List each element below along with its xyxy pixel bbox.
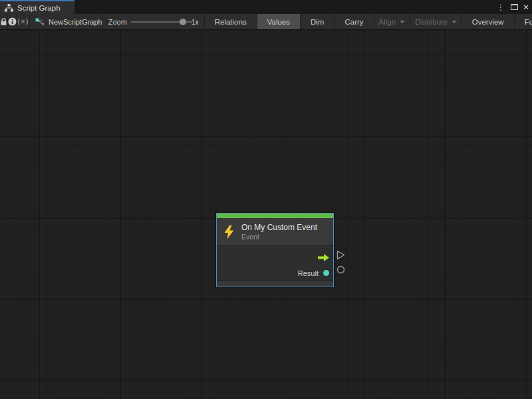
node-header-text: On My Custom Event Event — [241, 223, 317, 241]
graph-hierarchy-icon — [5, 4, 13, 12]
zoom-label: Zoom — [108, 18, 127, 26]
distribute-dropdown[interactable]: Distribute — [410, 14, 462, 29]
zoom-slider[interactable] — [131, 17, 188, 27]
window-menu-icon[interactable]: ⋮ — [495, 3, 506, 11]
values-button[interactable]: Values — [257, 14, 301, 29]
fullscreen-button[interactable]: Full S — [515, 14, 532, 29]
close-icon[interactable]: ✕ — [523, 3, 529, 11]
node-on-my-custom-event[interactable]: On My Custom Event Event Result — [216, 213, 334, 287]
lightning-bolt-icon — [223, 225, 235, 239]
graph-asset-breadcrumb[interactable]: NewScriptGraph — [30, 14, 103, 29]
toolbar-buttons: Relations Values Dim Carry Align Distrib… — [205, 14, 532, 29]
node-footer — [217, 281, 333, 287]
zoom-slider-knob[interactable] — [180, 19, 186, 25]
node-accent-bar — [217, 213, 333, 218]
node-subtitle: Event — [241, 233, 317, 241]
chevron-down-icon — [452, 21, 457, 23]
lock-button[interactable] — [0, 14, 8, 29]
zoom-control: Zoom 1x — [103, 14, 205, 29]
code-preview-button[interactable]: ⟨×⟩ — [17, 14, 30, 29]
value-socket-icon[interactable] — [336, 265, 345, 274]
control-output-arrow-icon[interactable] — [318, 254, 329, 261]
title-bar: Script Graph ⋮ ✕ — [0, 0, 532, 14]
window-controls: ⋮ ✕ — [495, 0, 529, 14]
node-title: On My Custom Event — [241, 223, 317, 233]
node-header[interactable]: On My Custom Event Event — [217, 218, 333, 246]
script-graph-window: Script Graph ⋮ ✕ — [0, 0, 532, 399]
info-icon — [8, 17, 17, 26]
dim-button[interactable]: Dim — [301, 14, 334, 29]
lock-icon — [0, 18, 7, 26]
value-output-port-row: Result — [221, 265, 329, 281]
overview-button[interactable]: Overview — [462, 14, 515, 29]
code-icon: ⟨×⟩ — [17, 17, 29, 26]
carry-button[interactable]: Carry — [334, 14, 374, 29]
align-dropdown[interactable]: Align — [374, 14, 411, 29]
node-body: Result — [217, 246, 333, 281]
tab-title: Script Graph — [17, 4, 61, 12]
result-port-label: Result — [298, 269, 319, 277]
maximize-icon[interactable] — [511, 4, 518, 10]
info-button[interactable] — [8, 14, 17, 29]
tab-script-graph[interactable]: Script Graph — [0, 0, 74, 14]
result-port-dot[interactable] — [323, 270, 329, 276]
chevron-down-icon — [400, 21, 405, 23]
graph-canvas[interactable]: On My Custom Event Event Result — [0, 30, 532, 399]
control-output-port-row — [221, 250, 329, 265]
script-graph-asset-icon — [35, 18, 45, 26]
zoom-value: 1x — [192, 18, 199, 26]
relations-button[interactable]: Relations — [205, 14, 257, 29]
graph-name-label: NewScriptGraph — [49, 18, 102, 26]
control-flow-socket-icon[interactable] — [336, 250, 345, 260]
graph-toolbar: ⟨×⟩ NewScriptGraph Zoom 1x Relations — [0, 14, 532, 30]
